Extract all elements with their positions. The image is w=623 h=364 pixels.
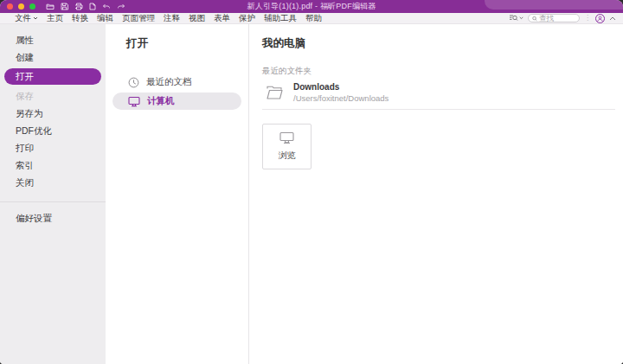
- zoom-window-button[interactable]: [29, 3, 35, 10]
- quick-toolbar: [46, 3, 125, 10]
- recent-folder-downloads[interactable]: Downloads /Users/foxitnet/Downloads: [262, 77, 615, 110]
- menu-tab-file[interactable]: 文件: [11, 13, 42, 24]
- sidebar-item-create[interactable]: 创建: [0, 48, 106, 66]
- close-window-button[interactable]: [7, 3, 13, 10]
- undo-icon[interactable]: [102, 3, 111, 10]
- open-panel-title: 打开: [106, 36, 248, 51]
- menu-tab-comment[interactable]: 注释: [160, 13, 183, 24]
- minimize-window-button[interactable]: [18, 3, 24, 10]
- menu-tab-protect[interactable]: 保护: [235, 13, 259, 24]
- menu-tab-convert[interactable]: 转换: [68, 13, 92, 24]
- monitor-icon: [279, 131, 294, 144]
- search-box[interactable]: [528, 14, 580, 22]
- computer-icon: [128, 96, 140, 107]
- menu-tab-edit[interactable]: 编辑: [93, 13, 117, 24]
- file-menu-sidebar: 属性 创建 打开 保存 另存为 PDF优化 打印 索引 关闭 偏好设置: [0, 24, 106, 364]
- titlebar: 新人引导(1)(1).pdf - 福昕PDF编辑器: [0, 0, 623, 13]
- find-settings-icon[interactable]: [509, 14, 523, 22]
- menubar-right-controls: ⋮: [509, 14, 616, 23]
- open-folder-icon[interactable]: [46, 3, 55, 10]
- recent-folders-label: 最近的文件夹: [262, 66, 615, 77]
- sidebar-item-preferences[interactable]: 偏好设置: [0, 209, 106, 227]
- print-icon[interactable]: [74, 3, 83, 10]
- chevron-down-icon: [519, 16, 523, 20]
- chevron-down-icon: [33, 16, 38, 20]
- sidebar-item-close[interactable]: 关闭: [0, 174, 106, 191]
- open-location-list: 最近的文档 计算机: [106, 73, 248, 110]
- sidebar-item-open[interactable]: 打开: [4, 68, 101, 85]
- magnifier-icon: [532, 16, 537, 22]
- open-item-computer[interactable]: 计算机: [112, 93, 241, 110]
- sidebar-item-pdf-optimize[interactable]: PDF优化: [0, 122, 106, 139]
- menu-tab-accessibility-tools[interactable]: 辅助工具: [260, 13, 300, 24]
- folder-path: /Users/foxitnet/Downloads: [293, 93, 389, 103]
- open-panel: 打开 最近的文档 计算机: [106, 24, 249, 364]
- my-computer-title: 我的电脑: [262, 36, 615, 51]
- folder-icon: [266, 85, 284, 100]
- folder-name: Downloads: [293, 82, 389, 92]
- browse-button[interactable]: 浏览: [262, 124, 312, 169]
- menu-tab-form[interactable]: 表单: [210, 13, 234, 24]
- sidebar-item-properties[interactable]: 属性: [0, 31, 106, 48]
- collapse-chevron-icon[interactable]: [609, 16, 616, 21]
- save-icon[interactable]: [61, 3, 68, 10]
- sidebar-item-save-as[interactable]: 另存为: [0, 105, 106, 122]
- my-computer-panel: 我的电脑 最近的文件夹 Downloads /Users/foxitnet/Do…: [249, 24, 623, 364]
- app-window: 新人引导(1)(1).pdf - 福昕PDF编辑器 文件 主页 转换 编辑 页面…: [0, 0, 623, 364]
- backstage-view: 属性 创建 打开 保存 另存为 PDF优化 打印 索引 关闭 偏好设置 打开 最…: [0, 24, 623, 364]
- sidebar-divider: [0, 201, 106, 202]
- clock-icon: [128, 77, 139, 88]
- search-input[interactable]: [539, 14, 575, 22]
- redo-icon[interactable]: [117, 3, 125, 10]
- new-document-icon[interactable]: [89, 3, 96, 10]
- overflow-dots[interactable]: ⋮: [584, 15, 591, 22]
- menu-bar: 文件 主页 转换 编辑 页面管理 注释 视图 表单 保护 辅助工具 帮助 ⋮: [0, 13, 623, 24]
- menu-tab-help[interactable]: 帮助: [302, 13, 325, 24]
- menu-tab-home[interactable]: 主页: [43, 13, 67, 24]
- traffic-lights: [7, 3, 35, 10]
- titlebar-corner-highlight: [485, 0, 623, 10]
- sidebar-item-save: 保存: [0, 87, 106, 105]
- menu-tab-page-management[interactable]: 页面管理: [119, 13, 158, 24]
- menu-tab-view[interactable]: 视图: [185, 13, 209, 24]
- sidebar-item-print[interactable]: 打印: [0, 139, 106, 156]
- browse-label: 浏览: [279, 150, 296, 162]
- open-item-recent-documents[interactable]: 最近的文档: [112, 73, 241, 91]
- sidebar-item-index[interactable]: 索引: [0, 156, 106, 174]
- account-avatar-icon[interactable]: [595, 14, 605, 23]
